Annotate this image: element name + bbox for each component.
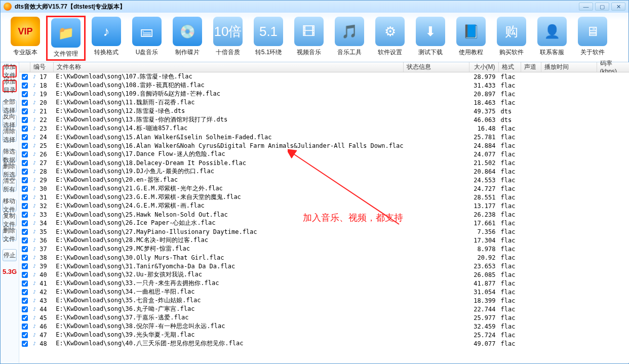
row-checkbox[interactable]	[22, 280, 28, 287]
toolbar-video[interactable]: 🎞视频音乐	[289, 16, 329, 61]
row-checkbox[interactable]	[22, 272, 28, 278]
sidebar-del-sel[interactable]: 删除所选	[3, 165, 17, 177]
table-row[interactable]: ♪33E:\KwDownload\song\25.Hawk Nelson-Sol…	[19, 210, 629, 219]
toolbar-buy[interactable]: 购购买软件	[492, 16, 531, 61]
table-row[interactable]: ♪18E:\KwDownload\song\108.雷婷-莪真犯的错.flac3…	[19, 81, 629, 90]
sidebar-select-inv[interactable]: 反向选择	[3, 115, 17, 127]
table-row[interactable]: ♪42E:\KwDownload\song\34.一曲相思-半阳.flac31.…	[19, 288, 629, 296]
table-row[interactable]: ♪34E:\KwDownload\song\26.Ice Paper-心如止水.…	[19, 219, 629, 227]
toolbar-vip[interactable]: VIP专业版本	[6, 16, 45, 61]
table-row[interactable]: ♪31E:\KwDownload\song\23.G.E.M.邓紫棋-来自天堂的…	[19, 193, 629, 201]
table-row[interactable]: ♪30E:\KwDownload\song\21.G.E.M.邓紫棋-光年之外.…	[19, 184, 629, 193]
table-row[interactable]: ♪37E:\KwDownload\song\29.MC梦柯-惊雷.flac8.9…	[19, 245, 629, 253]
col-bitrate[interactable]: 码率(kbps)	[597, 62, 629, 72]
row-checkbox[interactable]	[22, 255, 28, 261]
close-button[interactable]: ✕	[611, 3, 625, 11]
row-checkbox[interactable]	[22, 323, 28, 330]
row-checkbox[interactable]	[22, 298, 28, 304]
table-row[interactable]: ♪25E:\KwDownload\song\16.Alan Walker&Noa…	[19, 141, 629, 150]
table-row[interactable]: ♪27E:\KwDownload\song\18.Delacey-Dream I…	[19, 158, 629, 167]
table-row[interactable]: ♪22E:\KwDownload\song\13.陈雪凝-你的酒馆对我打了烊.d…	[19, 115, 629, 124]
row-checkbox[interactable]	[22, 315, 28, 321]
sidebar-add-file[interactable]: 添加文件	[3, 65, 17, 77]
table-row[interactable]: ♪40E:\KwDownload\song\32.Uu-那女孩对我说.flac2…	[19, 270, 629, 279]
table-row[interactable]: ♪38E:\KwDownload\song\30.Olly Murs-That …	[19, 253, 629, 262]
maximize-button[interactable]: ▢	[595, 3, 609, 11]
row-checkbox[interactable]	[22, 246, 28, 252]
col-size[interactable]: 大小(M)	[469, 62, 499, 72]
row-checkbox[interactable]	[22, 100, 28, 106]
row-checkbox[interactable]	[22, 108, 28, 114]
table-row[interactable]: ♪26E:\KwDownload\song\17.Dance Flow-迷人的危…	[19, 150, 629, 158]
table-row[interactable]: ♪44E:\KwDownload\song\36.丸子呦-广寒宫.flac22.…	[19, 305, 629, 313]
table-row[interactable]: ♪29E:\KwDownload\song\20.en-嚣张.flac24.55…	[19, 176, 629, 184]
row-checkbox[interactable]	[22, 169, 28, 175]
sidebar-clear-all[interactable]: 清空所有	[3, 179, 17, 191]
toolbar-ten-x[interactable]: 10倍十倍音质	[208, 16, 248, 61]
toolbar-tutorial[interactable]: 📘使用教程	[451, 16, 491, 61]
row-checkbox[interactable]	[22, 203, 28, 209]
toolbar-about[interactable]: 🖥关于软件	[573, 16, 612, 61]
titlebar[interactable]: dts音效大师V15.77【dtstest|专业版本】 — ▢ ✕	[1, 1, 628, 13]
toolbar-make-disc[interactable]: 💿制作碟片	[168, 16, 207, 61]
toolbar-to51[interactable]: 5.1转5.1环绕	[249, 16, 288, 61]
sidebar-filter[interactable]: 筛选数据	[3, 150, 17, 162]
toolbar-file-mgr[interactable]: 📁文件管理	[46, 16, 86, 61]
row-checkbox[interactable]	[22, 74, 28, 80]
toolbar-convert[interactable]: ♪转换格式	[87, 16, 126, 61]
row-checkbox[interactable]	[22, 220, 28, 226]
table-row[interactable]: ♪41E:\KwDownload\song\33.一只舟-来生再去拥抱你.fla…	[19, 279, 629, 288]
row-checkbox[interactable]	[22, 194, 28, 200]
table-row[interactable]: ♪39E:\KwDownload\song\31.Tanir&Tyomcha-D…	[19, 262, 629, 270]
minimize-button[interactable]: —	[579, 3, 593, 11]
table-body[interactable]: ♪17E:\KwDownload\song\107.陈雪凝-绿色.flac28.…	[19, 72, 629, 363]
row-checkbox[interactable]	[22, 212, 28, 218]
row-checkbox[interactable]	[22, 289, 28, 295]
row-checkbox[interactable]	[22, 237, 28, 244]
row-checkbox[interactable]	[22, 83, 28, 89]
row-checkbox[interactable]	[22, 151, 28, 157]
sidebar-move[interactable]: 移动文件	[3, 199, 17, 212]
row-checkbox[interactable]	[22, 117, 28, 123]
col-status[interactable]: 状态信息	[404, 62, 469, 72]
toolbar-contact[interactable]: 👤联系客服	[532, 16, 572, 61]
table-row[interactable]: ♪32E:\KwDownload\song\24.G.E.M.邓紫棋-画.fla…	[19, 201, 629, 210]
row-checkbox[interactable]	[22, 143, 28, 149]
table-row[interactable]: ♪19E:\KwDownload\song\109.音阙诗听&赵方婧-芒种.fl…	[19, 90, 629, 98]
table-row[interactable]: ♪17E:\KwDownload\song\107.陈雪凝-绿色.flac28.…	[19, 72, 629, 81]
row-checkbox[interactable]	[22, 160, 28, 166]
toolbar-usb[interactable]: 🖴U盘音乐	[127, 16, 167, 61]
toolbar-test-dl[interactable]: ⬇测试下载	[411, 16, 450, 61]
sidebar-copy[interactable]: 复制文件	[3, 214, 17, 226]
row-checkbox[interactable]	[22, 91, 28, 97]
sidebar-select-all[interactable]: 全部选择	[3, 100, 17, 112]
table-row[interactable]: ♪20E:\KwDownload\song\11.魏新雨-百花香.flac18.…	[19, 98, 629, 107]
row-checkbox[interactable]	[22, 177, 28, 183]
col-filename[interactable]: 文件名称	[54, 62, 403, 72]
table-row[interactable]: ♪35E:\KwDownload\song\27.MayPiano-Illusi…	[19, 227, 629, 236]
row-checkbox[interactable]	[22, 229, 28, 235]
row-checkbox[interactable]	[22, 332, 28, 338]
row-checkbox[interactable]	[22, 341, 28, 347]
col-number[interactable]: 编号	[30, 62, 54, 72]
table-row[interactable]: ♪48E:\KwDownload\song\40.八三夭乐团-想见你想见你想见你…	[19, 339, 629, 348]
col-format[interactable]: 格式	[499, 62, 521, 72]
row-checkbox[interactable]	[22, 134, 28, 140]
row-checkbox[interactable]	[22, 306, 28, 312]
table-row[interactable]: ♪21E:\KwDownload\song\12.陈雪凝-绿色.dts49.37…	[19, 107, 629, 115]
table-row[interactable]: ♪24E:\KwDownload\song\15.Alan Walker&Ise…	[19, 133, 629, 141]
sidebar-clear-sel[interactable]: 清除选择	[3, 130, 17, 142]
sidebar-stop[interactable]: 停止	[3, 249, 17, 261]
row-checkbox[interactable]	[22, 263, 28, 269]
table-row[interactable]: ♪43E:\KwDownload\song\35.七音盒-炸山姑娘.flac18…	[19, 296, 629, 305]
table-row[interactable]: ♪47E:\KwDownload\song\39.光头华夏-无期.flac25.…	[19, 331, 629, 339]
toolbar-tools[interactable]: 🎵音乐工具	[330, 16, 369, 61]
sidebar-del-file[interactable]: 删除文件	[3, 229, 17, 241]
table-row[interactable]: ♪28E:\KwDownload\song\19.DJ小鱼儿-最美的伤口.fla…	[19, 167, 629, 176]
table-row[interactable]: ♪46E:\KwDownload\song\38.倪尔萍-有一种思念叫永远.fl…	[19, 322, 629, 331]
row-checkbox[interactable]	[22, 186, 28, 192]
row-checkbox[interactable]	[22, 126, 28, 132]
table-row[interactable]: ♪23E:\KwDownload\song\14.栎-嘣迪857.flac16.…	[19, 124, 629, 133]
table-row[interactable]: ♪45E:\KwDownload\song\37.于嘉乐-逃爱.flac25.9…	[19, 313, 629, 322]
col-channels[interactable]: 声道	[521, 62, 541, 72]
